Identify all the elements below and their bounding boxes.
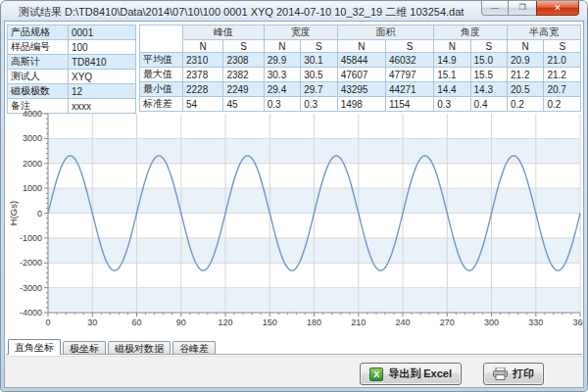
client-area: 产品规格0001样品编号100高斯计TD8410测试人XYQ磁极极数12备注xx… (4, 21, 584, 388)
info-row: 测试人XYQ (8, 70, 136, 84)
info-label: 高斯计 (8, 55, 69, 70)
close-icon: ✕ (554, 4, 562, 13)
window: 测试结果 D:\TD8410\Data\2014\07\10\100 0001 … (0, 0, 588, 392)
stats-row: 平均值2310230829.930.1458444603214.915.020.… (140, 53, 581, 68)
stats-cell: 15.0 (470, 53, 507, 68)
info-row: 样品编号100 (8, 40, 136, 55)
stats-subheader: N (508, 40, 544, 53)
stats-cell: 29.9 (264, 53, 300, 68)
maximize-icon: ❐ (518, 4, 525, 12)
window-title: 测试结果 D:\TD8410\Data\2014\07\10\100 0001 … (19, 5, 464, 20)
info-value: XYQ (69, 70, 136, 84)
excel-icon: X (369, 368, 383, 381)
stats-cell: 43295 (337, 82, 385, 97)
stats-cell: 29.7 (301, 82, 337, 97)
stats-subheader: S (223, 40, 264, 53)
y-tick-label: 3000 (23, 133, 42, 143)
info-row: 磁极极数12 (8, 84, 136, 99)
info-value: 100 (69, 40, 136, 55)
stats-row: 最大值2378238230.330.5476074779715.115.521.… (140, 68, 581, 82)
x-tick-label: 240 (395, 318, 410, 327)
stats-cell: 14.9 (434, 53, 470, 68)
close-button[interactable]: ✕ (536, 1, 579, 16)
caption-buttons: — ❐ ✕ (481, 1, 579, 16)
stats-cell: 20.7 (544, 82, 581, 97)
tab-pole-pair-data[interactable]: 磁极对数据 (108, 341, 171, 354)
y-tick-label: -3000 (20, 283, 42, 293)
info-label: 测试人 (8, 70, 69, 84)
stats-row: 最小值2228224929.429.7432954427114.414.320.… (140, 82, 581, 97)
stats-row-label: 最小值 (140, 82, 183, 97)
stats-cell: 47607 (337, 68, 385, 82)
titlebar: 测试结果 D:\TD8410\Data\2014\07\10\100 0001 … (1, 1, 587, 21)
y-tick-label: -2000 (20, 258, 42, 268)
x-tick-label: 90 (176, 318, 186, 327)
stats-cell: 46032 (385, 53, 433, 68)
export-excel-button[interactable]: X 导出到 Excel (360, 363, 462, 385)
stats-cell: 45844 (337, 53, 385, 68)
stats-cell: 15.1 (434, 68, 470, 82)
tab-rectangular-coords[interactable]: 直角坐标 (8, 339, 61, 355)
x-tick-label: 30 (87, 318, 97, 327)
x-tick-label: 360 (572, 318, 584, 327)
info-row: 产品规格0001 (8, 25, 136, 40)
stats-group-header: 宽度 (264, 25, 337, 40)
stats-subheader: S (301, 40, 337, 53)
stats-subheader: S (544, 40, 581, 53)
y-tick-label: -4000 (20, 308, 42, 318)
stats-cell: 21.2 (544, 68, 581, 82)
stats-cell: 29.4 (264, 82, 300, 97)
stats-cell: 14.3 (470, 82, 507, 97)
chart-svg: 0306090120150180210240270300330360-4000-… (6, 109, 584, 334)
x-tick-label: 120 (218, 318, 232, 327)
stats-cell: 30.3 (264, 68, 300, 82)
tab-valley-peak-diff[interactable]: 谷峰差 (172, 341, 216, 354)
x-tick-label: 210 (351, 318, 366, 327)
stats-group-header: 峰值 (183, 25, 265, 40)
info-value: TD8410 (69, 55, 136, 70)
stats-cell: 2308 (223, 53, 264, 68)
info-label: 样品编号 (8, 40, 69, 55)
stats-subheader: N (264, 40, 300, 53)
tab-bar: 直角坐标极坐标磁极对数据谷峰差 (6, 338, 582, 355)
footer-bar: X 导出到 Excel 打印 (5, 356, 583, 387)
stats-cell: 2310 (183, 53, 223, 68)
stats-subheader: S (470, 40, 507, 53)
x-tick-label: 60 (131, 318, 141, 327)
stats-cell: 21.2 (508, 68, 544, 82)
stats-cell: 14.4 (434, 82, 470, 97)
x-tick-label: 330 (528, 318, 543, 327)
stats-corner-cell (140, 25, 183, 53)
stats-group-header: 半高宽 (508, 25, 581, 40)
info-area: 产品规格0001样品编号100高斯计TD8410测试人XYQ磁极极数12备注xx… (7, 24, 581, 109)
chart-area: 0306090120150180210240270300330360-4000-… (6, 109, 584, 334)
stats-row-label: 平均值 (140, 53, 183, 68)
info-label: 产品规格 (8, 25, 69, 40)
stats-cell: 20.5 (508, 82, 544, 97)
stats-cell: 15.5 (470, 68, 507, 82)
x-tick-label: 150 (263, 318, 277, 327)
export-excel-label: 导出到 Excel (388, 367, 452, 381)
stats-subheader: N (337, 40, 385, 53)
stats-subheader: N (434, 40, 470, 53)
stats-cell: 2228 (183, 82, 223, 97)
stats-group-header: 面积 (337, 25, 434, 40)
stats-cell: 2382 (223, 68, 264, 82)
y-tick-label: 1000 (23, 183, 42, 193)
minimize-button[interactable]: — (481, 1, 509, 16)
stats-row-label: 最大值 (140, 68, 183, 82)
stats-cell: 30.5 (301, 68, 337, 82)
y-axis-title: H(Gs) (8, 201, 19, 225)
printer-icon (493, 368, 508, 380)
tab-polar-coords[interactable]: 极坐标 (63, 341, 106, 354)
info-label: 磁极极数 (8, 84, 69, 99)
x-tick-label: 300 (484, 318, 499, 327)
info-row: 高斯计TD8410 (8, 55, 136, 70)
stats-cell: 2378 (183, 68, 223, 82)
info-table: 产品规格0001样品编号100高斯计TD8410测试人XYQ磁极极数12备注xx… (7, 24, 136, 114)
print-button[interactable]: 打印 (483, 363, 544, 385)
maximize-button[interactable]: ❐ (509, 1, 536, 16)
y-tick-label: 0 (37, 209, 42, 219)
stats-cell: 47797 (385, 68, 433, 82)
print-label: 打印 (513, 367, 534, 381)
